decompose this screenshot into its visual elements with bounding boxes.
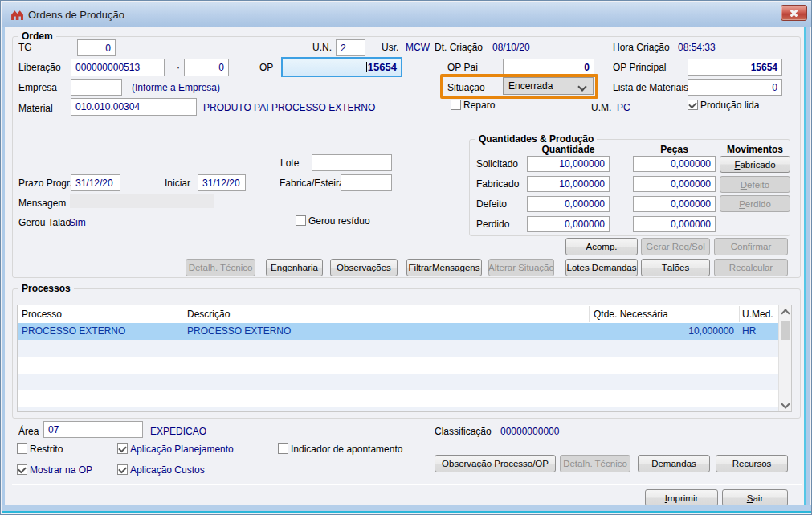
prazo-progr-field[interactable]: 31/12/20 bbox=[71, 174, 120, 191]
empty-table-row bbox=[18, 407, 778, 411]
col-header-descricao: Descrição bbox=[187, 309, 230, 320]
indicador-apontamento-label: Indicador de apontamento bbox=[291, 443, 402, 456]
gerou-residuo-checkbox[interactable] bbox=[296, 215, 306, 226]
fabricado-label: Fabricado bbox=[476, 178, 519, 190]
lote-field[interactable] bbox=[312, 154, 392, 171]
solicitado-pecas-field[interactable]: 0,000000 bbox=[633, 156, 716, 172]
chevron-up-icon bbox=[781, 309, 790, 317]
um-value: PC bbox=[617, 102, 630, 114]
lote-label: Lote bbox=[280, 157, 299, 170]
column-divider bbox=[182, 306, 182, 322]
empty-table-row bbox=[18, 390, 778, 407]
mostrar-na-op-checkbox[interactable] bbox=[17, 464, 27, 475]
perdido-label: Perdido bbox=[476, 219, 509, 231]
title-bar[interactable]: Ordens de Produção bbox=[2, 2, 811, 27]
processos-table: Processo Descrição Qtde. Necessária U.Me… bbox=[17, 305, 792, 412]
filtrar-mensagens-button[interactable]: Filtrar Mensagens bbox=[406, 259, 482, 276]
detalh-tecnico-button[interactable]: Detalh. Técnico bbox=[186, 259, 255, 276]
hora-criacao-value: 08:54:33 bbox=[678, 42, 716, 54]
restrito-label: Restrito bbox=[30, 443, 63, 456]
lotes-demandas-button[interactable]: Lotes Demandas bbox=[565, 259, 638, 276]
tg-field[interactable]: 0 bbox=[77, 39, 116, 56]
gerou-talao-label: Gerou Talão bbox=[18, 217, 71, 229]
alterar-situacao-button[interactable]: Alterar Situação bbox=[488, 259, 554, 276]
quantidades-group-title: Quantidades & Produção bbox=[475, 133, 597, 145]
ordem-group-title: Ordem bbox=[18, 31, 56, 42]
processos-group-title: Processos bbox=[18, 283, 74, 294]
table-scrollbar[interactable] bbox=[778, 305, 791, 411]
perdido-mov-button[interactable]: Perdido bbox=[720, 195, 790, 212]
um-label: U.M. bbox=[591, 102, 611, 114]
defeito-pecas-field[interactable]: 0,000000 bbox=[633, 196, 716, 212]
fabricado-pecas-field[interactable]: 0,000000 bbox=[633, 176, 716, 192]
col-header-umed: U.Med. bbox=[742, 309, 773, 320]
liberacao-seq-field[interactable]: 0 bbox=[184, 59, 229, 76]
producao-lida-label: Produção lida bbox=[700, 100, 759, 112]
confirmar-button[interactable]: Confirmar bbox=[714, 238, 788, 255]
imprimir-button[interactable]: Imprimir bbox=[645, 489, 718, 506]
empty-table-row bbox=[18, 340, 778, 357]
restrito-checkbox[interactable] bbox=[17, 443, 27, 454]
detalh-tecnico-processo-button[interactable]: Detalh. Técnico bbox=[560, 455, 630, 472]
gerou-talao-value: Sim bbox=[69, 217, 86, 229]
iniciar-field[interactable]: 31/12/20 bbox=[198, 174, 246, 191]
chevron-down-icon bbox=[781, 399, 790, 408]
observacao-processo-op-button[interactable]: Observação Processo/OP bbox=[435, 455, 556, 472]
scrollbar-thumb[interactable] bbox=[781, 321, 790, 340]
solicitado-quantidade-field[interactable]: 10,000000 bbox=[527, 156, 610, 172]
col-header-processo: Processo bbox=[22, 309, 62, 320]
recursos-button[interactable]: Recursos bbox=[716, 455, 788, 472]
material-field[interactable]: 010.010.00304 bbox=[71, 98, 197, 116]
column-divider bbox=[739, 306, 740, 322]
op-pai-field[interactable]: 0 bbox=[503, 59, 594, 76]
op-field[interactable]: 15654 bbox=[281, 57, 402, 77]
area-field[interactable]: 07 bbox=[43, 421, 143, 438]
observacoes-button[interactable]: Observações bbox=[330, 259, 398, 276]
empresa-hint: (Informe a Empresa) bbox=[132, 82, 220, 94]
area-label: Área bbox=[18, 426, 39, 438]
empresa-field[interactable] bbox=[71, 79, 122, 96]
defeito-quantidade-field[interactable]: 0,000000 bbox=[527, 196, 610, 212]
perdido-pecas-field[interactable]: 0,000000 bbox=[633, 216, 716, 232]
situacao-dropdown[interactable]: Encerrada bbox=[503, 77, 594, 95]
reparo-checkbox[interactable] bbox=[451, 100, 461, 110]
op-principal-field[interactable]: 15654 bbox=[688, 59, 782, 76]
scroll-up-button[interactable] bbox=[779, 305, 791, 318]
sair-button[interactable]: Sair bbox=[722, 489, 788, 506]
indicador-apontamento-checkbox[interactable] bbox=[278, 443, 288, 454]
empty-table-row bbox=[18, 357, 778, 374]
table-row-selected[interactable]: PROCESSO EXTERNO PROCESSO EXTERNO 10,000… bbox=[18, 323, 778, 340]
iniciar-label: Iniciar bbox=[165, 178, 190, 190]
tg-label: TG bbox=[18, 42, 32, 54]
scroll-down-button[interactable] bbox=[779, 399, 791, 411]
engenharia-button[interactable]: Engenharia bbox=[266, 259, 323, 276]
aplicacao-planejamento-checkbox[interactable] bbox=[117, 443, 128, 454]
lista-materiais-field[interactable]: 0 bbox=[688, 79, 782, 96]
mostrar-na-op-label: Mostrar na OP bbox=[30, 464, 92, 476]
acomp-button[interactable]: Acomp. bbox=[565, 238, 638, 255]
op-pai-label: OP Pai bbox=[447, 62, 478, 74]
window-border-right bbox=[806, 27, 810, 507]
fabricado-quantidade-field[interactable]: 10,000000 bbox=[527, 176, 610, 192]
fabricado-mov-button[interactable]: Fabricado bbox=[720, 156, 790, 173]
recalcular-button[interactable]: Recalcular bbox=[714, 259, 788, 276]
demandas-button[interactable]: Demandas bbox=[638, 455, 710, 472]
column-divider bbox=[589, 306, 590, 322]
aplicacao-custos-checkbox[interactable] bbox=[117, 464, 128, 475]
producao-lida-checkbox[interactable] bbox=[688, 100, 698, 110]
material-description: PRODUTO PAI PROCESSO EXTERNO bbox=[203, 102, 375, 114]
close-icon bbox=[790, 9, 798, 18]
reparo-label: Reparo bbox=[463, 100, 495, 112]
taloes-button[interactable]: Talões bbox=[641, 259, 710, 276]
close-button[interactable] bbox=[781, 5, 807, 21]
fabrica-esteira-field[interactable] bbox=[341, 174, 392, 191]
un-field[interactable]: 2 bbox=[336, 39, 365, 56]
footer-separator bbox=[12, 484, 802, 485]
gerou-residuo-label: Gerou resíduo bbox=[308, 215, 370, 227]
defeito-mov-button[interactable]: Defeito bbox=[720, 176, 790, 193]
material-label: Material bbox=[18, 103, 53, 115]
perdido-quantidade-field[interactable]: 0,000000 bbox=[527, 216, 610, 232]
liberacao-field[interactable]: 000000000513 bbox=[71, 59, 165, 76]
empty-table-row bbox=[18, 374, 778, 390]
gerar-req-sol-button[interactable]: Gerar Req/Sol bbox=[641, 238, 710, 255]
